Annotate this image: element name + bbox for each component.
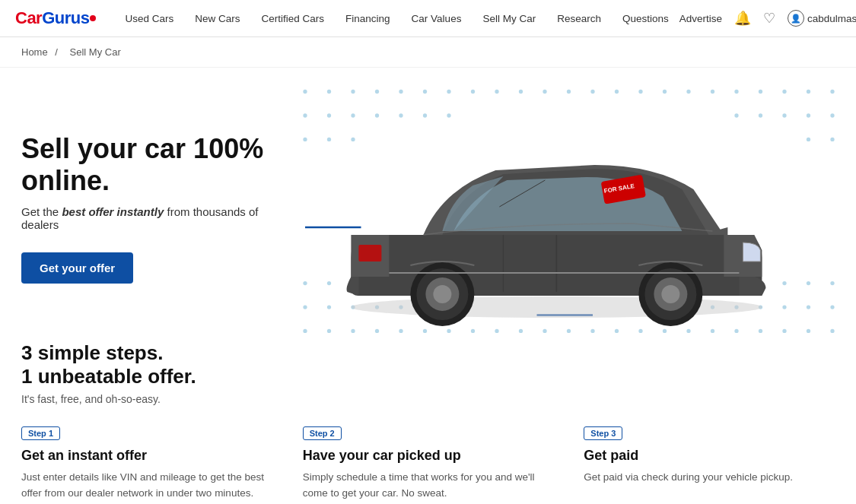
hero-section: Sell your car 100% online. Get the best …: [0, 68, 856, 341]
svg-point-70: [470, 329, 474, 333]
steps-grid: Step 1 Get an instant offer Just enter d…: [21, 426, 835, 501]
svg-point-85: [830, 329, 834, 333]
svg-point-67: [399, 329, 403, 333]
logo-car: Car: [15, 8, 42, 27]
svg-point-79: [686, 329, 690, 333]
nav-questions[interactable]: Questions: [612, 0, 679, 37]
nav-financing[interactable]: Financing: [335, 0, 401, 37]
svg-rect-89: [358, 245, 381, 262]
svg-point-72: [518, 329, 522, 333]
step-1: Step 1 Get an instant offer Just enter d…: [21, 426, 272, 501]
svg-point-69: [447, 329, 450, 333]
user-avatar-icon: 👤: [788, 10, 804, 27]
user-menu[interactable]: 👤 cabdulmassih ▾: [788, 10, 856, 27]
steps-heading-line2: 1 unbeatable offer.: [21, 365, 835, 388]
hero-subtitle-prefix: Get the: [21, 205, 62, 218]
svg-point-64: [326, 329, 330, 333]
nav-new-cars[interactable]: New Cars: [184, 0, 250, 37]
breadcrumb-home[interactable]: Home: [21, 46, 48, 58]
step-1-desc: Just enter details like VIN and mileage …: [21, 470, 272, 501]
svg-point-22: [830, 90, 834, 94]
svg-point-82: [758, 329, 762, 333]
logo-dot: [90, 15, 96, 21]
breadcrumb-separator: /: [55, 46, 58, 58]
step-2-badge: Step 2: [303, 426, 342, 440]
step-2-desc: Simply schedule a time that works for yo…: [303, 470, 554, 501]
nav-research[interactable]: Research: [546, 0, 612, 37]
step-1-title: Get an instant offer: [21, 448, 272, 464]
step-3-desc: Get paid via check during your vehicle p…: [584, 470, 835, 485]
steps-heading-line1: 3 simple steps.: [21, 341, 835, 365]
svg-point-71: [495, 329, 498, 333]
svg-point-73: [543, 329, 546, 333]
svg-point-63: [303, 329, 307, 333]
svg-point-62: [830, 305, 834, 309]
svg-point-48: [830, 281, 834, 285]
hero-image-area: FOR SALE: [257, 68, 857, 341]
svg-point-84: [806, 329, 810, 333]
step-1-badge: Step 1: [21, 426, 60, 440]
nav-links: Used Cars New Cars Certified Cars Financ…: [114, 0, 679, 37]
svg-point-75: [590, 329, 594, 333]
advertise-link[interactable]: Advertise: [679, 13, 722, 24]
hero-subtitle: Get the best offer instantly from thousa…: [21, 205, 283, 231]
logo-gurus: Gurus: [42, 8, 89, 27]
nav-car-values[interactable]: Car Values: [401, 0, 473, 37]
steps-subtext: It's fast, free, and oh-so-easy.: [21, 393, 835, 405]
breadcrumb-current: Sell My Car: [70, 46, 121, 58]
svg-point-65: [351, 329, 355, 333]
step-3: Step 3 Get paid Get paid via check durin…: [584, 426, 835, 501]
svg-point-93: [661, 285, 679, 303]
step-2: Step 2 Have your car picked up Simply sc…: [303, 426, 554, 501]
step-3-badge: Step 3: [584, 426, 622, 440]
heart-icon[interactable]: ♡: [763, 10, 775, 27]
svg-point-77: [638, 329, 642, 333]
breadcrumb: Home / Sell My Car: [0, 37, 856, 68]
step-3-title: Get paid: [584, 448, 835, 464]
svg-point-81: [734, 329, 738, 333]
step-2-title: Have your car picked up: [303, 448, 554, 464]
bell-icon[interactable]: 🔔: [734, 10, 751, 27]
hero-content: Sell your car 100% online. Get the best …: [0, 95, 304, 314]
nav-right: Advertise 🔔 ♡ 👤 cabdulmassih ▾: [679, 10, 856, 27]
steps-section: 3 simple steps. 1 unbeatable offer. It's…: [0, 341, 856, 504]
username-label: cabdulmassih: [807, 13, 856, 24]
logo[interactable]: CarGurus: [15, 8, 96, 28]
car-image: FOR SALE: [287, 83, 826, 326]
svg-point-34: [830, 113, 834, 117]
steps-intro: 3 simple steps. 1 unbeatable offer. It's…: [21, 341, 835, 405]
nav-used-cars[interactable]: Used Cars: [114, 0, 184, 37]
svg-point-76: [614, 329, 618, 333]
svg-point-39: [830, 138, 834, 141]
svg-point-74: [566, 329, 570, 333]
nav-certified-cars[interactable]: Certified Cars: [251, 0, 336, 37]
svg-point-97: [433, 285, 451, 303]
svg-point-80: [710, 329, 714, 333]
svg-point-66: [374, 329, 378, 333]
svg-point-78: [662, 329, 666, 333]
get-offer-button[interactable]: Get your offer: [21, 252, 133, 284]
steps-heading: 3 simple steps. 1 unbeatable offer.: [21, 341, 835, 388]
svg-point-83: [782, 329, 786, 333]
nav-sell-my-car[interactable]: Sell My Car: [472, 0, 546, 37]
svg-point-68: [422, 329, 426, 333]
hero-subtitle-bold: best offer instantly: [62, 205, 164, 218]
main-nav: CarGurus Used Cars New Cars Certified Ca…: [0, 0, 856, 37]
hero-title: Sell your car 100% online.: [21, 133, 283, 196]
